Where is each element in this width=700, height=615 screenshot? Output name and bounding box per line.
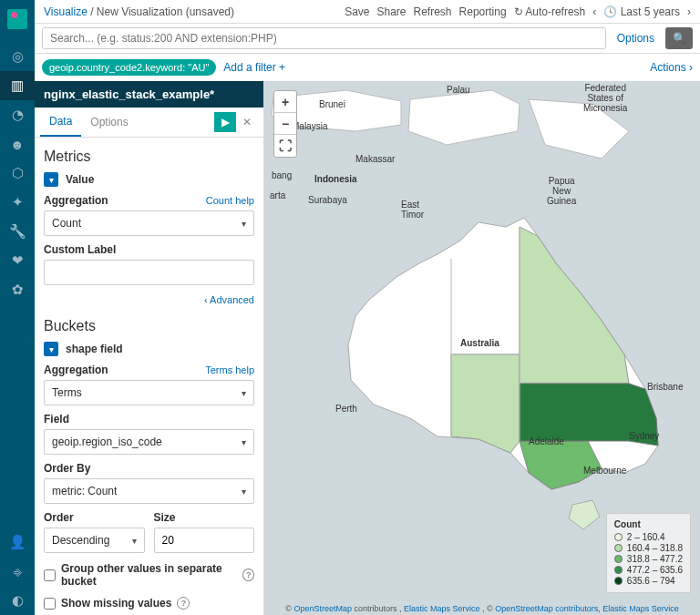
nav-timelion-icon[interactable]: ☻ xyxy=(0,129,35,159)
index-pattern-title[interactable]: nginx_elastic_stack_example* xyxy=(35,81,263,108)
nav-ml-icon[interactable]: ✦ xyxy=(0,188,35,217)
bucket-toggle-icon[interactable]: ▾ xyxy=(44,342,58,356)
count-help-link[interactable]: Count help xyxy=(206,195,254,206)
label-palau: Palau xyxy=(447,85,470,95)
breadcrumb-section[interactable]: Visualize xyxy=(44,5,88,18)
discard-button[interactable]: ✕ xyxy=(236,112,258,132)
size-input[interactable] xyxy=(154,528,255,553)
aggregation-select[interactable]: Count▾ xyxy=(44,210,254,236)
terms-help-link[interactable]: Terms help xyxy=(205,364,254,375)
content-split: nginx_elastic_stack_example* Data Option… xyxy=(35,81,700,615)
label-arta: arta xyxy=(270,190,285,200)
label-brunei: Brunei xyxy=(319,99,345,109)
config-panel: nginx_elastic_stack_example* Data Option… xyxy=(35,81,264,615)
legend-item: 635.6 – 794 xyxy=(614,576,683,586)
help-icon[interactable]: ? xyxy=(242,569,254,581)
panel-tabs: Data Options ▶ ✕ xyxy=(35,108,263,138)
search-options[interactable]: Options xyxy=(612,32,660,45)
autorefresh-button[interactable]: ↻ Auto-refresh xyxy=(514,5,586,18)
time-next-icon[interactable]: › xyxy=(687,5,691,18)
label-australia: Australia xyxy=(460,338,499,348)
search-input[interactable] xyxy=(42,27,606,49)
reporting-button[interactable]: Reporting xyxy=(459,5,507,18)
config-scroll[interactable]: Metrics ▾ Value Aggregation Count help C… xyxy=(35,138,263,615)
label-brisbane: Brisbane xyxy=(647,382,683,392)
label-bang: bang xyxy=(272,170,292,180)
label-perth: Perth xyxy=(335,404,357,414)
share-button[interactable]: Share xyxy=(376,5,406,18)
zoom-in-button[interactable]: + xyxy=(274,91,296,113)
size-label: Size xyxy=(154,511,176,524)
orderby-select[interactable]: metric: Count▾ xyxy=(44,478,254,504)
ems2-link[interactable]: Elastic Maps Service xyxy=(602,604,679,613)
filter-bar: geoip.country_code2.keyword: "AU" Add a … xyxy=(35,54,700,81)
label-melbourne: Melbourne xyxy=(583,466,626,476)
order-select[interactable]: Descending▾ xyxy=(44,528,145,553)
legend-title: Count xyxy=(614,519,683,529)
global-nav-rail: ◎ ▥ ◔ ☻ ⬡ ✦ 🔧 ❤ ✿ 👤 ⎆ ◐ xyxy=(0,0,35,615)
agg-label: Aggregation xyxy=(44,194,108,207)
add-filter-button[interactable]: Add a filter + xyxy=(223,61,285,74)
nav-canvas-icon[interactable]: ⬡ xyxy=(0,159,35,188)
legend-item: 318.8 – 477.2 xyxy=(614,554,683,564)
label-adelaide: Adelaide xyxy=(529,436,564,446)
time-prev-icon[interactable]: ‹ xyxy=(592,5,596,18)
legend-item: 2 – 160.4 xyxy=(614,532,683,542)
nav-profile-icon[interactable]: 👤 xyxy=(0,528,35,557)
tab-options[interactable]: Options xyxy=(81,108,137,136)
top-bar: Visualize / New Visualization (unsaved) … xyxy=(35,0,700,24)
label-indonesia: Indonesia xyxy=(314,174,357,184)
breadcrumb: Visualize / New Visualization (unsaved) xyxy=(44,5,234,18)
field-select[interactable]: geoip.region_iso_code▾ xyxy=(44,429,254,455)
label-etimor: East Timor xyxy=(401,200,424,220)
search-bar: Options 🔍 xyxy=(35,24,700,54)
nav-collapse-icon[interactable]: ◐ xyxy=(0,586,35,615)
main-area: Visualize / New Visualization (unsaved) … xyxy=(35,0,700,615)
map-legend: Count 2 – 160.4160.4 – 318.8318.8 – 477.… xyxy=(606,513,691,593)
shape-field-label: shape field xyxy=(66,343,123,355)
buckets-title: Buckets xyxy=(44,318,254,334)
filter-actions[interactable]: Actions › xyxy=(650,61,693,74)
nav-discover-icon[interactable]: ◎ xyxy=(0,42,35,71)
order-label: Order xyxy=(44,511,74,524)
label-sydney: Sydney xyxy=(629,431,659,441)
refresh-button[interactable]: Refresh xyxy=(414,5,452,18)
osm2-link[interactable]: OpenStreetMap contributors xyxy=(495,604,598,613)
zoom-controls: + − ⛶ xyxy=(273,90,297,158)
legend-item: 477.2 – 635.6 xyxy=(614,565,683,575)
fit-bounds-button[interactable]: ⛶ xyxy=(274,135,296,157)
filter-pill[interactable]: geoip.country_code2.keyword: "AU" xyxy=(42,59,216,76)
nav-monitoring-icon[interactable]: ❤ xyxy=(0,246,35,275)
bucket-agg-label: Aggregation xyxy=(44,364,108,376)
zoom-out-button[interactable]: − xyxy=(274,113,296,135)
search-button[interactable]: 🔍 xyxy=(665,27,693,49)
advanced-toggle[interactable]: ‹ Advanced xyxy=(44,294,254,305)
kibana-logo[interactable] xyxy=(7,9,27,29)
save-button[interactable]: Save xyxy=(345,5,369,18)
label-fed: Federated States of Micronesia xyxy=(583,83,627,113)
map-attribution: © OpenStreetMap contributors , Elastic M… xyxy=(264,604,700,613)
map-pane[interactable]: + − ⛶ xyxy=(264,81,700,615)
nav-devtools-icon[interactable]: 🔧 xyxy=(0,217,35,246)
show-missing-checkbox[interactable]: Show missing values? xyxy=(44,597,254,610)
bucket-agg-select[interactable]: Terms▾ xyxy=(44,380,254,405)
group-other-checkbox[interactable]: Group other values in separate bucket? xyxy=(44,562,254,588)
time-picker[interactable]: 🕓 Last 5 years xyxy=(603,5,680,18)
metrics-title: Metrics xyxy=(44,149,254,165)
osm-link[interactable]: OpenStreetMap xyxy=(293,604,352,613)
nav-logout-icon[interactable]: ⎆ xyxy=(0,557,35,586)
label-png: Papua New Guinea xyxy=(547,176,576,206)
tab-data[interactable]: Data xyxy=(40,108,81,137)
breadcrumb-title: New Visualization (unsaved) xyxy=(97,5,234,18)
nav-visualize-icon[interactable]: ▥ xyxy=(0,71,35,100)
orderby-label: Order By xyxy=(44,462,90,475)
metric-toggle-icon[interactable]: ▾ xyxy=(44,172,58,187)
nav-dashboard-icon[interactable]: ◔ xyxy=(0,100,35,129)
help-icon[interactable]: ? xyxy=(177,597,190,610)
nav-management-icon[interactable]: ✿ xyxy=(0,275,35,304)
apply-button[interactable]: ▶ xyxy=(214,112,236,132)
ems-link[interactable]: Elastic Maps Service xyxy=(404,604,480,613)
metric-value-label: Value xyxy=(66,173,94,186)
custom-label-input[interactable] xyxy=(44,260,254,285)
legend-item: 160.4 – 318.8 xyxy=(614,543,683,553)
